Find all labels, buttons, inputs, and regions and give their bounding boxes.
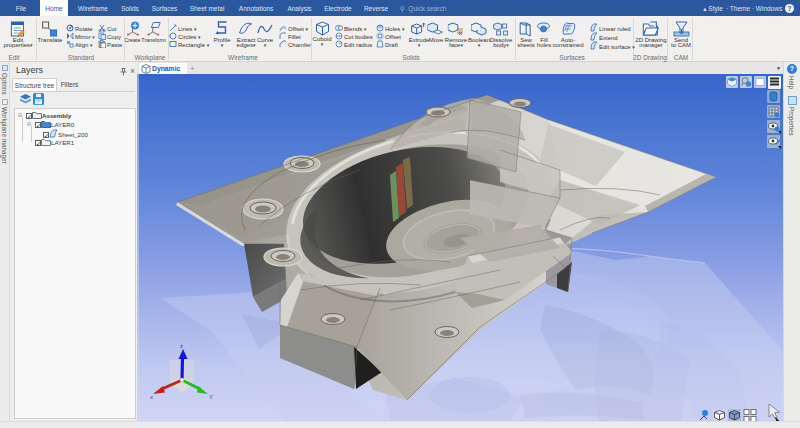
- svg-text:Y: Y: [209, 394, 213, 400]
- svg-text:z: z: [180, 343, 183, 349]
- svg-text:x: x: [150, 394, 153, 400]
